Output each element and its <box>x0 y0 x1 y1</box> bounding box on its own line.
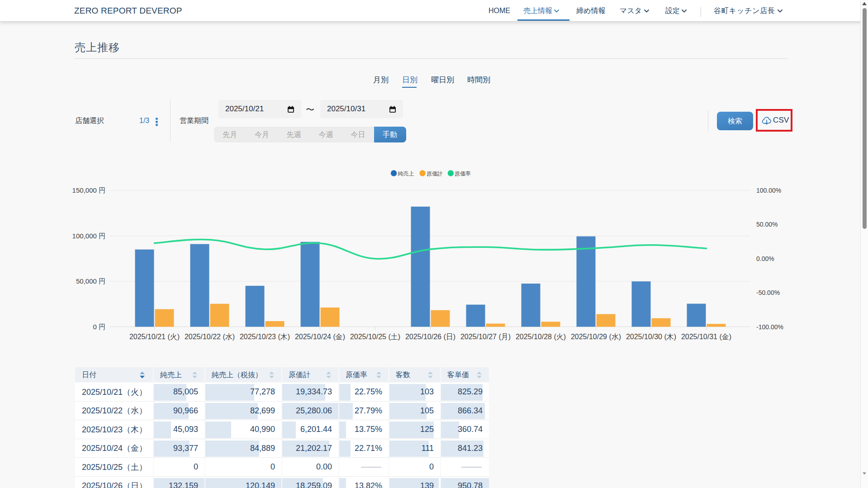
svg-text:100.00%: 100.00% <box>756 187 781 194</box>
svg-text:50,000 円: 50,000 円 <box>76 277 105 285</box>
svg-text:2025/10/31 (金): 2025/10/31 (金) <box>681 333 731 341</box>
svg-text:2025/10/30 (木): 2025/10/30 (木) <box>626 333 676 341</box>
svg-text:原価計: 原価計 <box>427 171 443 177</box>
svg-text:2025/10/21 (火): 2025/10/21 (火) <box>129 333 180 341</box>
svg-text:0 円: 0 円 <box>93 323 105 331</box>
svg-text:2025/10/29 (水): 2025/10/29 (水) <box>571 333 621 341</box>
svg-text:2025/10/23 (木): 2025/10/23 (木) <box>240 333 290 341</box>
svg-text:50.00%: 50.00% <box>756 221 778 228</box>
svg-text:-100.00%: -100.00% <box>756 323 783 331</box>
svg-text:100,000 円: 100,000 円 <box>72 232 105 240</box>
svg-text:原価率: 原価率 <box>455 171 471 177</box>
svg-text:2025/10/24 (金): 2025/10/24 (金) <box>295 333 345 341</box>
svg-text:2025/10/27 (月): 2025/10/27 (月) <box>460 333 511 341</box>
svg-text:2025/10/26 (日): 2025/10/26 (日) <box>405 333 455 341</box>
svg-text:2025/10/28 (火): 2025/10/28 (火) <box>516 333 566 341</box>
svg-text:0.00%: 0.00% <box>756 255 774 262</box>
svg-text:150,000 円: 150,000 円 <box>72 186 105 194</box>
svg-text:純売上: 純売上 <box>398 171 414 177</box>
svg-text:2025/10/22 (水): 2025/10/22 (水) <box>185 333 235 341</box>
svg-text:2025/10/25 (土): 2025/10/25 (土) <box>350 333 400 341</box>
svg-text:-50.00%: -50.00% <box>756 289 780 296</box>
